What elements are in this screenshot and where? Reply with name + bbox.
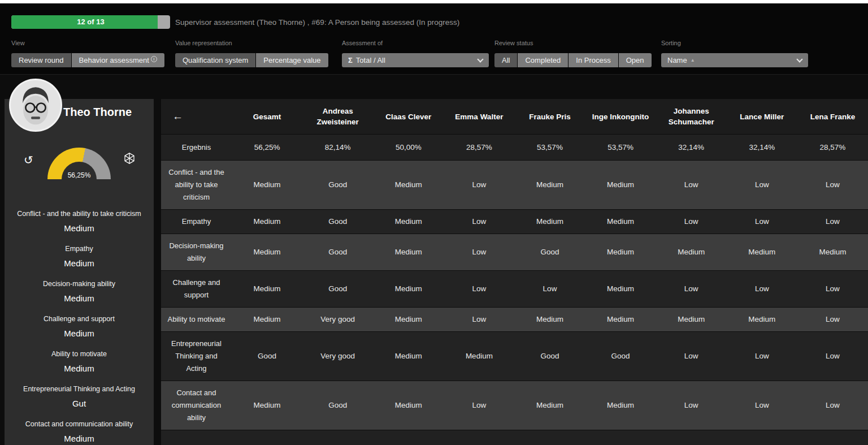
button-percentage-value[interactable]: Percentage value <box>256 53 328 67</box>
assessment-of-dropdown[interactable]: Σ Total / All <box>342 53 489 67</box>
button-behavior-assessment[interactable]: Behavior assessmenti <box>72 53 164 67</box>
value-cell: Medium <box>514 210 585 234</box>
value-cell: Low <box>797 277 868 301</box>
competency-item-entrepreneurial-thinking-and-acting: Entrepreneurial Thinking and ActingGut <box>5 383 154 410</box>
value-cell: Low <box>656 277 727 301</box>
value-cell: Medium <box>232 277 302 301</box>
table-row: Ergebnis56,25%82,14%50,00%28,57%53,57%53… <box>161 135 868 160</box>
column-header-johannes-schumacher[interactable]: Johannes Schumacher <box>656 101 727 132</box>
competency-label: Empathy <box>14 243 145 254</box>
result-cell: 32,14% <box>656 136 727 159</box>
value-cell: Low <box>727 394 797 417</box>
value-cell: Medium <box>373 344 444 368</box>
competency-label: Challenge and support <box>14 313 145 325</box>
value-cell: Medium <box>797 240 868 264</box>
back-arrow-icon[interactable]: ← <box>172 110 183 122</box>
value-cell: Medium <box>232 210 302 234</box>
row-label-conflict-and-the-ability-to-take-criticism: Conflict - and the ability to take criti… <box>161 161 232 209</box>
column-header-gesamt[interactable]: Gesamt <box>232 107 302 127</box>
row-label-entrepreneurial-thinking-and-acting: Entrepreneurial Thinking and Acting <box>161 332 232 381</box>
result-cell: 53,57% <box>585 136 656 159</box>
value-cell: Good <box>302 210 373 234</box>
competency-value: Medium <box>14 432 145 445</box>
avatar <box>9 79 62 132</box>
row-label-ability-to-motivate: Ability to motivate <box>161 308 232 331</box>
value-cell: Low <box>797 394 868 417</box>
value-cell: Good <box>302 240 373 264</box>
row-label-decision-making-ability: Decision-making ability <box>161 234 232 270</box>
value-cell: Medium <box>585 277 656 301</box>
button-qualification-system[interactable]: Qualification system <box>175 53 255 67</box>
column-header-andreas-zweisteiner[interactable]: Andreas Zweisteiner <box>302 101 373 132</box>
button-review-round[interactable]: Review round <box>11 53 71 67</box>
competency-label: Conflict - and the ability to take criti… <box>14 208 145 219</box>
chevron-down-icon <box>477 56 483 62</box>
value-cell: Low <box>727 173 797 197</box>
competency-item-ability-to-motivate: Ability to motivateMedium <box>5 348 154 375</box>
value-cell: Medium <box>232 240 302 264</box>
sorting-dropdown[interactable]: Name ▲ <box>661 53 808 67</box>
competency-label: Contact and communication ability <box>14 418 145 430</box>
column-header-inge-inkongnito[interactable]: Inge Inkongnito <box>585 107 656 127</box>
value-cell: Low <box>444 240 514 264</box>
value-cell: Medium <box>585 210 656 234</box>
table-row: Ability to motivateMediumVery goodMedium… <box>161 308 868 331</box>
table-row: Decision-making abilityMediumGoodMediumL… <box>161 234 868 270</box>
table-row: Entrepreneurial Thinking and ActingGoodV… <box>161 332 868 381</box>
reset-icon[interactable]: ↺ <box>24 153 33 167</box>
header: 12 of 13 Supervisor assessment (Theo Tho… <box>0 3 868 75</box>
value-cell: Low <box>727 344 797 368</box>
value-cell: Medium <box>373 240 444 264</box>
competency-value: Gut <box>14 397 145 410</box>
button-in-process[interactable]: In Process <box>568 53 618 67</box>
competency-value: Medium <box>14 257 145 270</box>
progress-label: 12 of 13 <box>11 15 170 29</box>
competency-item-empathy: EmpathyMedium <box>5 243 154 270</box>
row-label-ergebnis: Ergebnis <box>161 136 232 159</box>
radar-chart-icon[interactable] <box>123 152 136 167</box>
value-cell: Medium <box>585 240 656 264</box>
row-label-contact-and-communication-ability: Contact and communication ability <box>161 381 232 430</box>
value-cell: Low <box>727 277 797 301</box>
value-cell: Low <box>797 308 868 331</box>
value-cell: Medium <box>232 308 302 331</box>
value-cell: Medium <box>585 394 656 417</box>
result-cell: 50,00% <box>373 136 444 159</box>
button-all[interactable]: All <box>494 53 517 67</box>
button-open[interactable]: Open <box>619 53 652 67</box>
value-cell: Medium <box>232 173 302 197</box>
info-icon: i <box>151 56 157 62</box>
value-representation-button-group: Qualification systemPercentage value <box>175 53 328 67</box>
column-header-lance-miller[interactable]: Lance Miller <box>727 107 797 127</box>
person-name: Theo Thorne <box>63 106 132 119</box>
value-cell: Low <box>444 394 514 417</box>
value-cell: Low <box>797 344 868 368</box>
value-cell: Low <box>656 210 727 234</box>
value-cell: Good <box>302 277 373 301</box>
table-row: ←GesamtAndreas ZweisteinerClaas CleverEm… <box>161 99 868 134</box>
column-header-frauke-pris[interactable]: Frauke Pris <box>514 107 585 127</box>
review-status-button-group: AllCompletedIn ProcessOpen <box>494 53 652 67</box>
button-completed[interactable]: Completed <box>518 53 568 67</box>
value-cell: Medium <box>373 173 444 197</box>
value-cell: Medium <box>656 308 727 331</box>
sorting-value: Name <box>667 56 687 64</box>
page-title: Supervisor assessment (Theo Thorne) , #6… <box>175 18 459 27</box>
row-label-challenge-and-support: Challenge and support <box>161 271 232 307</box>
review-status-label: Review status <box>494 40 533 46</box>
competency-item-decision-making-ability: Decision-making abilityMedium <box>5 278 154 305</box>
table-row: Conflict - and the ability to take criti… <box>161 161 868 209</box>
column-header-lena-franke[interactable]: Lena Franke <box>797 107 868 127</box>
competency-value: Medium <box>14 222 145 235</box>
value-cell: Medium <box>373 308 444 331</box>
row-label-empathy: Empathy <box>161 210 232 234</box>
competency-label: Entrepreneurial Thinking and Acting <box>14 383 145 395</box>
progress-bar: 12 of 13 <box>11 15 170 29</box>
gauge-row: ↺ 56,25% <box>5 144 154 180</box>
column-header-emma-walter[interactable]: Emma Walter <box>444 107 514 127</box>
value-cell: Good <box>302 394 373 417</box>
value-cell: Medium <box>656 240 727 264</box>
value-cell: Good <box>232 344 302 368</box>
column-header-claas-clever[interactable]: Claas Clever <box>373 107 444 127</box>
value-cell: Good <box>514 344 585 368</box>
